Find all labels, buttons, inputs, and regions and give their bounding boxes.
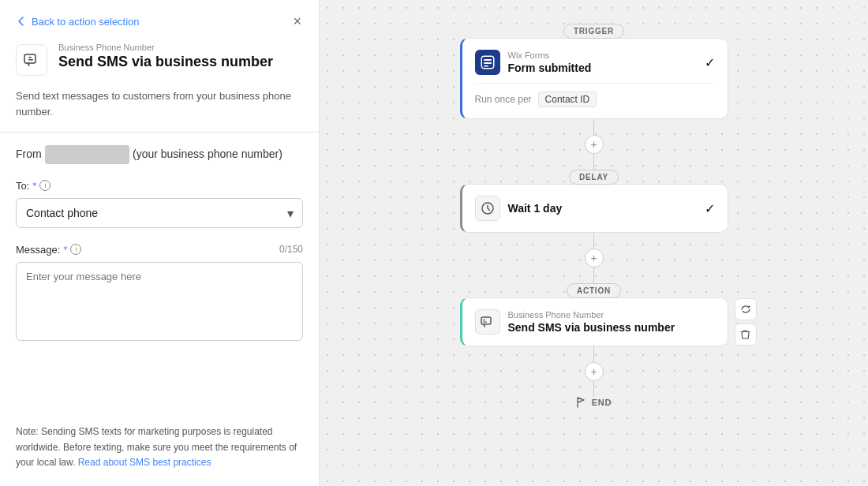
refresh-icon <box>740 304 751 315</box>
message-required-star: * <box>63 244 67 256</box>
panel-title-text: Business Phone Number Send SMS via busin… <box>58 43 273 71</box>
delay-card-row: Wait 1 day ✓ <box>475 196 715 221</box>
svg-rect-9 <box>481 317 491 324</box>
connector-3 <box>593 233 594 249</box>
sms-best-practices-link[interactable]: Read about SMS best practices <box>78 457 211 468</box>
panel-title: Send SMS via business number <box>58 54 273 71</box>
svg-rect-10 <box>483 320 485 320</box>
message-label: Message: * i <box>16 244 81 256</box>
close-button[interactable]: × <box>291 13 303 30</box>
panel-title-section: Business Phone Number Send SMS via busin… <box>0 36 319 88</box>
delete-action-button[interactable] <box>735 323 757 346</box>
action-category: Business Phone Number <box>508 310 715 320</box>
delay-card-body: Wait 1 day <box>508 202 697 215</box>
svg-rect-0 <box>24 54 36 63</box>
action-card-row: Business Phone Number Send SMS via busin… <box>475 309 715 335</box>
section-divider <box>0 132 319 133</box>
trigger-card-body: Wix Forms Form submitted <box>508 50 697 74</box>
action-card-body: Business Phone Number Send SMS via busin… <box>508 310 715 334</box>
svg-rect-7 <box>484 65 488 67</box>
message-header: Message: * i 0/150 <box>16 244 303 256</box>
trigger-pill-label: TRIGGER <box>563 24 624 39</box>
refresh-action-button[interactable] <box>735 298 757 320</box>
canvas-content: TRIGGER Wix Forms Form submitted <box>452 24 736 408</box>
message-info-icon[interactable]: i <box>70 244 81 255</box>
delay-check-icon: ✓ <box>705 201 715 216</box>
add-step-button-3[interactable]: + <box>585 362 604 381</box>
panel-description: Send text messages to customers from you… <box>0 88 319 132</box>
to-phone-select[interactable]: Contact phone Custom phone number <box>16 198 303 228</box>
end-label: END <box>592 398 612 407</box>
svg-rect-2 <box>28 59 33 61</box>
svg-rect-11 <box>483 322 487 323</box>
panel-subtitle: Business Phone Number <box>58 43 273 52</box>
add-step-button-2[interactable]: + <box>585 249 604 267</box>
action-title: Send SMS via business number <box>508 321 715 334</box>
trigger-card[interactable]: Wix Forms Form submitted ✓ Run once per … <box>460 38 728 119</box>
delay-pill-label: DELAY <box>569 170 619 185</box>
svg-rect-6 <box>484 62 492 64</box>
run-once-row: Run once per Contact ID <box>475 83 715 107</box>
connector-4 <box>593 267 594 283</box>
connector-6 <box>593 381 594 397</box>
trigger-title: Form submitted <box>508 62 697 74</box>
connector-5 <box>593 346 594 362</box>
run-once-value: Contact ID <box>538 92 597 107</box>
wix-forms-icon <box>475 50 500 75</box>
to-required-star: * <box>32 180 36 192</box>
message-textarea[interactable] <box>16 262 303 341</box>
connector-2 <box>593 154 594 170</box>
phone-number-blurred: 012 345 6789 <box>45 145 130 164</box>
char-count: 0/150 <box>279 244 303 255</box>
right-panel-canvas: TRIGGER Wix Forms Form submitted <box>320 0 868 486</box>
svg-rect-1 <box>28 57 32 58</box>
message-label-text: Message: <box>16 244 60 256</box>
end-section: END <box>576 397 612 408</box>
add-step-button-1[interactable]: + <box>585 135 604 154</box>
connector-1 <box>593 119 594 135</box>
action-card[interactable]: Business Phone Number Send SMS via busin… <box>460 297 728 346</box>
from-suffix: (your business phone number) <box>133 148 282 160</box>
to-label-text: To: <box>16 180 29 192</box>
to-label: To: * i <box>16 180 303 192</box>
svg-rect-5 <box>484 59 492 61</box>
panel-header: Back to action selection × <box>0 0 319 36</box>
action-pill-label: ACTION <box>567 283 621 298</box>
panel-form: From 012 345 6789 (your business phone n… <box>0 145 319 412</box>
trigger-check-icon: ✓ <box>705 55 715 70</box>
trigger-card-row: Wix Forms Form submitted ✓ <box>475 50 715 75</box>
to-info-icon[interactable]: i <box>39 180 51 191</box>
to-select-wrapper: Contact phone Custom phone number ▾ <box>16 198 303 228</box>
panel-icon <box>16 44 47 76</box>
back-to-action-link[interactable]: Back to action selection <box>16 16 140 28</box>
sms-action-icon <box>475 309 500 335</box>
chevron-left-icon <box>16 16 27 27</box>
clock-icon <box>475 196 500 221</box>
sms-business-icon <box>23 51 40 69</box>
left-panel: Back to action selection × Business Phon… <box>0 0 320 486</box>
action-card-toolbar <box>735 298 757 346</box>
delay-title: Wait 1 day <box>508 202 697 215</box>
action-card-wrapper: Business Phone Number Send SMS via busin… <box>460 297 728 346</box>
from-label: From <box>16 148 42 160</box>
trigger-category: Wix Forms <box>508 50 697 60</box>
flag-icon <box>576 397 587 408</box>
from-line: From 012 345 6789 (your business phone n… <box>16 145 303 164</box>
run-once-label: Run once per <box>475 94 532 105</box>
trash-icon <box>740 329 750 340</box>
back-link-label: Back to action selection <box>32 16 140 28</box>
note-section: Note: Sending SMS texts for marketing pu… <box>0 412 319 486</box>
delay-card[interactable]: Wait 1 day ✓ <box>460 184 728 233</box>
